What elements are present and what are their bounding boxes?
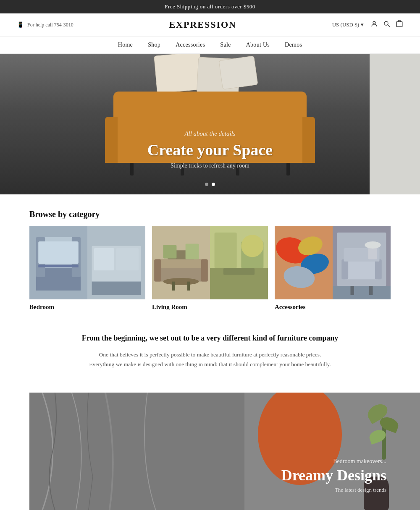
category-accessories[interactable]: Accessories bbox=[275, 226, 391, 311]
nav-about-us[interactable]: About Us bbox=[246, 42, 270, 48]
categories-grid: Bedroom bbox=[29, 226, 391, 311]
header: 📱 For help call 754-3010 EXPRESSION US (… bbox=[0, 13, 420, 37]
livingroom-images bbox=[152, 226, 268, 299]
cart-icon[interactable] bbox=[396, 20, 403, 30]
svg-point-0 bbox=[373, 21, 375, 24]
category-bedroom[interactable]: Bedroom bbox=[29, 226, 145, 311]
slide-dot-2[interactable] bbox=[212, 183, 215, 186]
currency-chevron-icon: ▾ bbox=[361, 21, 364, 28]
browse-section: Browse by category bbox=[29, 210, 391, 311]
sofa-back bbox=[113, 92, 307, 125]
currency-selector[interactable]: US (USD $) ▾ bbox=[332, 21, 364, 28]
svg-point-22 bbox=[163, 278, 199, 285]
header-icons bbox=[370, 20, 403, 30]
hero-description: Simple tricks to refresh any room bbox=[105, 162, 315, 169]
nav-accessories[interactable]: Accessories bbox=[176, 42, 205, 48]
promo-textile bbox=[29, 393, 244, 510]
svg-rect-44 bbox=[333, 286, 391, 299]
nav-demos[interactable]: Demos bbox=[285, 42, 302, 48]
promo-plant bbox=[367, 397, 401, 460]
info-section: From the beginning, we set out to be a v… bbox=[29, 311, 391, 393]
accessories-image-1 bbox=[275, 226, 333, 299]
svg-rect-32 bbox=[223, 268, 255, 275]
info-text: One that believes it is perfectly possib… bbox=[55, 350, 365, 369]
promo-description: The latest design trends bbox=[281, 487, 386, 493]
livingroom-image-1 bbox=[152, 226, 210, 299]
svg-rect-23 bbox=[172, 282, 175, 291]
svg-rect-46 bbox=[369, 286, 373, 295]
svg-rect-26 bbox=[186, 244, 199, 259]
header-right: US (USD $) ▾ bbox=[332, 20, 403, 30]
announcement-text: Free Shipping on all orders over $500 bbox=[165, 3, 255, 10]
promo-background: Bedroom makeovers... Dreamy Designs The … bbox=[29, 393, 420, 510]
sofa-pillow-1 bbox=[154, 54, 203, 94]
promo-text: Bedroom makeovers... Dreamy Designs The … bbox=[281, 458, 386, 493]
svg-rect-3 bbox=[396, 21, 402, 26]
svg-point-48 bbox=[365, 241, 381, 249]
bedroom-images bbox=[29, 226, 145, 299]
accessories-images bbox=[275, 226, 391, 299]
svg-line-2 bbox=[388, 25, 390, 27]
nav-home[interactable]: Home bbox=[118, 42, 133, 48]
bedroom-label: Bedroom bbox=[29, 304, 145, 311]
main-nav: Home Shop Accessories Sale About Us Demo… bbox=[0, 37, 420, 54]
svg-rect-20 bbox=[201, 259, 208, 282]
svg-rect-41 bbox=[341, 259, 348, 280]
announcement-bar: Free Shipping on all orders over $500 bbox=[0, 0, 420, 13]
hero-slider: All about the details Create your Space … bbox=[0, 54, 420, 194]
bedroom-image-2 bbox=[87, 226, 145, 299]
livingroom-label: Living Room bbox=[152, 304, 268, 311]
search-icon[interactable] bbox=[383, 20, 391, 30]
promo-pre-title: Bedroom makeovers... bbox=[281, 458, 386, 465]
promo-wrapper: Bedroom makeovers... Dreamy Designs The … bbox=[0, 393, 420, 510]
category-living-room[interactable]: Living Room bbox=[152, 226, 268, 311]
svg-rect-24 bbox=[187, 282, 190, 291]
hero-subtitle: All about the details bbox=[105, 130, 315, 137]
svg-rect-42 bbox=[375, 259, 382, 280]
slide-dot-1[interactable] bbox=[205, 183, 208, 186]
info-title: From the beginning, we set out to be a v… bbox=[55, 334, 365, 343]
info-line2: Everything we make is designed with one … bbox=[89, 361, 331, 367]
hero-title: Create your Space bbox=[105, 141, 315, 159]
bedroom-image-1 bbox=[29, 226, 87, 299]
currency-label: US (USD $) bbox=[332, 21, 359, 28]
svg-rect-10 bbox=[38, 265, 79, 267]
accessories-label: Accessories bbox=[275, 304, 391, 311]
svg-rect-25 bbox=[163, 245, 177, 259]
site-logo[interactable]: EXPRESSION bbox=[74, 19, 332, 30]
svg-rect-9 bbox=[38, 241, 79, 264]
hero-wall-right bbox=[370, 54, 420, 194]
accessories-image-2 bbox=[333, 226, 391, 299]
svg-point-1 bbox=[384, 21, 388, 25]
svg-rect-40 bbox=[344, 259, 380, 280]
svg-rect-28 bbox=[215, 233, 237, 268]
promo-section[interactable]: Bedroom makeovers... Dreamy Designs The … bbox=[29, 393, 420, 510]
svg-rect-13 bbox=[92, 282, 141, 295]
hero-background bbox=[0, 54, 420, 194]
hero-text-overlay: All about the details Create your Space … bbox=[105, 130, 315, 169]
info-line1: One that believes it is perfectly possib… bbox=[99, 351, 321, 358]
sofa-pillow-3 bbox=[219, 55, 258, 89]
svg-rect-19 bbox=[154, 259, 161, 282]
main-content: Browse by category bbox=[0, 210, 420, 393]
help-text: For help call 754-3010 bbox=[27, 22, 74, 28]
svg-rect-14 bbox=[94, 248, 114, 270]
browse-title: Browse by category bbox=[29, 210, 391, 219]
svg-point-31 bbox=[241, 235, 263, 257]
hero-dots bbox=[205, 183, 215, 186]
svg-rect-45 bbox=[350, 286, 354, 295]
livingroom-image-2 bbox=[210, 226, 268, 299]
nav-sale[interactable]: Sale bbox=[220, 42, 231, 48]
header-left: 📱 For help call 754-3010 bbox=[17, 21, 74, 29]
user-icon[interactable] bbox=[370, 20, 378, 30]
svg-rect-18 bbox=[154, 259, 207, 268]
svg-rect-15 bbox=[116, 248, 139, 270]
phone-icon: 📱 bbox=[17, 21, 24, 29]
promo-title: Dreamy Designs bbox=[281, 466, 386, 484]
nav-shop[interactable]: Shop bbox=[148, 42, 160, 48]
